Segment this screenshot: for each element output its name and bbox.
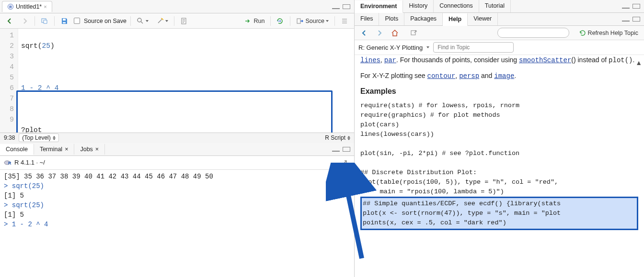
- help-forward-button[interactable]: [374, 28, 385, 38]
- help-title: R: Generic X-Y Plotting: [358, 44, 423, 51]
- link-smoothscatter[interactable]: smoothScatter: [519, 56, 571, 64]
- tab-connections[interactable]: Connections: [434, 0, 479, 12]
- close-icon[interactable]: ×: [44, 4, 46, 10]
- console-line: [1] 5: [4, 210, 350, 220]
- filetype-selector[interactable]: R Script: [325, 134, 350, 141]
- tab-viewer[interactable]: Viewer: [468, 13, 498, 25]
- r-file-icon: R: [7, 3, 14, 10]
- help-title-dropdown[interactable]: [426, 46, 429, 48]
- maximize-help-icon[interactable]: [632, 17, 640, 22]
- minimize-help-icon[interactable]: [622, 17, 630, 22]
- link-image[interactable]: image: [494, 72, 514, 79]
- console-output[interactable]: [35] 35 36 37 38 39 40 41 42 43 44 45 46…: [0, 170, 354, 277]
- help-home-button[interactable]: [389, 28, 401, 38]
- line-gutter: 123456789: [0, 29, 18, 133]
- tab-console[interactable]: Console: [0, 144, 34, 155]
- svg-point-6: [161, 18, 162, 19]
- svg-point-7: [162, 19, 163, 20]
- find-in-topic-input[interactable]: [433, 42, 514, 53]
- tab-tutorial[interactable]: Tutorial: [479, 0, 511, 12]
- code-tools-button[interactable]: [154, 16, 170, 26]
- help-toolbar: Refresh Help Topic: [355, 26, 644, 40]
- tab-files[interactable]: Files: [355, 13, 379, 25]
- console-line: > sqrt(25): [4, 200, 350, 210]
- help-popout-button[interactable]: [408, 28, 420, 38]
- find-button[interactable]: [135, 16, 150, 26]
- help-back-button[interactable]: [358, 28, 370, 38]
- link-contour[interactable]: contour: [427, 72, 456, 79]
- console-line: > sqrt(25): [4, 181, 350, 191]
- code-area[interactable]: sqrt(25) 1 - 2 ^ 4 ?plot ## Simple quant…: [18, 29, 354, 133]
- tab-history[interactable]: History: [403, 0, 434, 12]
- svg-rect-9: [297, 19, 300, 23]
- help-title-row: R: Generic X-Y Plotting: [355, 40, 644, 55]
- cursor-position: 9:38: [4, 134, 15, 141]
- r-version: R 4.1.1 · ~/: [14, 159, 45, 166]
- svg-rect-3: [63, 19, 66, 21]
- scroll-up-icon[interactable]: ▲: [348, 173, 352, 182]
- source-label: Source: [305, 18, 324, 24]
- source-statusbar: 9:38 (Top Level) R Script: [0, 133, 354, 143]
- help-search-input[interactable]: [497, 28, 569, 38]
- minimize-console-icon[interactable]: [332, 147, 340, 152]
- r-logo-icon: R: [4, 159, 12, 166]
- run-label: Run: [253, 18, 264, 24]
- tab-terminal[interactable]: Terminal×: [34, 144, 75, 155]
- examples-heading: Examples: [360, 87, 638, 96]
- source-toolbar: Source on Save Run Source: [0, 13, 354, 29]
- show-in-new-window-button[interactable]: [39, 16, 50, 26]
- outline-button[interactable]: [339, 16, 350, 26]
- tab-packages[interactable]: Packages: [404, 13, 443, 25]
- link-persp[interactable]: persp: [459, 72, 479, 79]
- console-line: > 1 - 2 ^ 4: [4, 220, 350, 229]
- help-example-code-1[interactable]: require(stats) # for lowess, rpois, rnor…: [360, 101, 638, 197]
- tab-environment[interactable]: Environment: [355, 0, 403, 13]
- link-lines[interactable]: lines: [360, 56, 380, 64]
- source-file-tab[interactable]: R Untitled1* ×: [2, 1, 52, 12]
- tab-help[interactable]: Help: [443, 13, 468, 26]
- forward-button[interactable]: [19, 16, 31, 26]
- minimize-pane-icon[interactable]: [332, 4, 340, 9]
- source-editor[interactable]: 123456789 sqrt(25) 1 - 2 ^ 4 ?plot ## Si…: [0, 29, 354, 133]
- minimize-env-icon[interactable]: [622, 4, 630, 9]
- console-line: [35] 35 36 37 38 39 40 41 42 43 44 45 46…: [4, 172, 350, 181]
- console-line: [1] 5: [4, 191, 350, 200]
- help-example-code-highlighted[interactable]: ## Simple quantiles/ECDF, see ecdf() {li…: [360, 197, 638, 230]
- tab-plots[interactable]: Plots: [379, 13, 404, 25]
- tab-jobs[interactable]: Jobs×: [74, 144, 105, 155]
- maximize-pane-icon[interactable]: [343, 4, 350, 9]
- console-header: R R 4.1.1 · ~/: [0, 156, 354, 170]
- refresh-help-button[interactable]: Refresh Help Topic: [577, 28, 640, 38]
- link-par[interactable]: par: [384, 56, 396, 64]
- svg-rect-4: [63, 22, 66, 23]
- compile-report-button[interactable]: [178, 16, 190, 26]
- console-tabrow: Console Terminal× Jobs×: [0, 143, 354, 156]
- maximize-env-icon[interactable]: [632, 4, 640, 9]
- rerun-button[interactable]: [275, 16, 286, 26]
- run-button[interactable]: Run: [242, 16, 266, 26]
- svg-point-5: [138, 18, 141, 22]
- help-scroll-up-icon[interactable]: ▲: [635, 58, 642, 67]
- back-button[interactable]: [4, 16, 15, 26]
- source-on-save-label: Source on Save: [84, 18, 126, 24]
- source-tabrow: R Untitled1* ×: [0, 0, 354, 13]
- source-tab-title: Untitled1*: [16, 3, 42, 10]
- console-popout-button[interactable]: [339, 158, 350, 167]
- svg-text:R: R: [8, 161, 12, 166]
- save-button[interactable]: [58, 16, 70, 26]
- source-button[interactable]: Source: [294, 16, 331, 26]
- svg-rect-12: [411, 31, 415, 35]
- help-content[interactable]: lines, par. For thousands of points, con…: [355, 55, 644, 277]
- svg-text:R: R: [9, 5, 12, 9]
- scope-selector[interactable]: (Top Level): [19, 133, 58, 142]
- env-tabrow: Environment History Connections Tutorial: [355, 0, 644, 13]
- help-tabrow: Files Plots Packages Help Viewer: [355, 13, 644, 26]
- maximize-console-icon[interactable]: [343, 147, 350, 152]
- source-on-save-checkbox[interactable]: [74, 18, 80, 24]
